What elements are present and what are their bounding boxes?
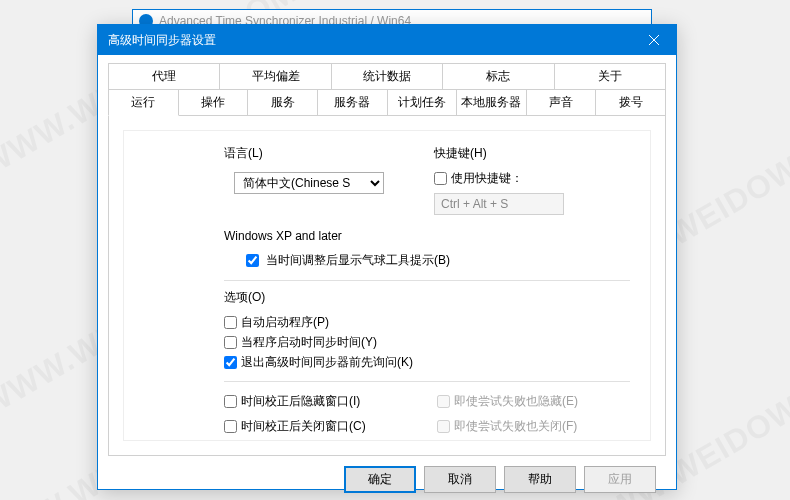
tab-about[interactable]: 关于 <box>554 63 666 89</box>
close-after-correct-label: 时间校正后关闭窗口(C) <box>241 418 366 435</box>
sync-on-start-checkbox[interactable] <box>224 336 237 349</box>
tab-panel-run: 语言(L) 简体中文(Chinese S 快捷键(H) 使用快捷键： <box>108 116 666 456</box>
tab-service[interactable]: 服务 <box>247 89 318 116</box>
tab-flags[interactable]: 标志 <box>442 63 554 89</box>
hide-after-correct-label: 时间校正后隐藏窗口(I) <box>241 393 360 410</box>
hide-on-fail-label: 即使尝试失败也隐藏(E) <box>454 393 578 410</box>
language-label: 语言(L) <box>224 145 394 162</box>
hide-on-fail-checkbox <box>437 395 450 408</box>
hide-after-correct-checkbox[interactable] <box>224 395 237 408</box>
tab-dial[interactable]: 拨号 <box>595 89 666 116</box>
tab-stats[interactable]: 统计数据 <box>331 63 443 89</box>
settings-dialog: 高级时间同步器设置 代理 平均偏差 统计数据 标志 关于 运行 操作 服务 服务… <box>97 24 677 490</box>
balloon-checkbox[interactable] <box>246 254 259 267</box>
tab-run[interactable]: 运行 <box>108 89 179 116</box>
dialog-buttons: 确定 取消 帮助 应用 <box>108 456 666 493</box>
shortcut-label: 快捷键(H) <box>434 145 564 162</box>
winxp-label: Windows XP and later <box>224 229 630 243</box>
dialog-titlebar: 高级时间同步器设置 <box>98 25 676 55</box>
ok-button[interactable]: 确定 <box>344 466 416 493</box>
sync-on-start-label: 当程序启动时同步时间(Y) <box>241 334 377 351</box>
use-shortcut-label: 使用快捷键： <box>451 170 523 187</box>
tab-server[interactable]: 服务器 <box>317 89 388 116</box>
options-label: 选项(O) <box>224 289 630 306</box>
apply-button: 应用 <box>584 466 656 493</box>
tab-avg-offset[interactable]: 平均偏差 <box>219 63 331 89</box>
balloon-label: 当时间调整后显示气球工具提示(B) <box>266 252 450 269</box>
tabs-row-bottom: 运行 操作 服务 服务器 计划任务 本地服务器 声音 拨号 <box>108 89 666 116</box>
confirm-exit-label: 退出高级时间同步器前先询问(K) <box>241 354 413 371</box>
close-after-correct-checkbox[interactable] <box>224 420 237 433</box>
dialog-title: 高级时间同步器设置 <box>108 32 216 49</box>
autostart-checkbox[interactable] <box>224 316 237 329</box>
help-button[interactable]: 帮助 <box>504 466 576 493</box>
close-button[interactable] <box>631 25 676 55</box>
language-select[interactable]: 简体中文(Chinese S <box>234 172 384 194</box>
tab-operation[interactable]: 操作 <box>178 89 249 116</box>
use-shortcut-checkbox[interactable] <box>434 172 447 185</box>
close-icon <box>649 35 659 45</box>
cancel-button[interactable]: 取消 <box>424 466 496 493</box>
tab-local-server[interactable]: 本地服务器 <box>456 89 527 116</box>
tab-proxy[interactable]: 代理 <box>108 63 220 89</box>
tab-sound[interactable]: 声音 <box>526 89 597 116</box>
close-on-fail-label: 即使尝试失败也关闭(F) <box>454 418 577 435</box>
close-on-fail-checkbox <box>437 420 450 433</box>
tabs-row-top: 代理 平均偏差 统计数据 标志 关于 <box>108 63 666 89</box>
confirm-exit-checkbox[interactable] <box>224 356 237 369</box>
autostart-label: 自动启动程序(P) <box>241 314 329 331</box>
shortcut-input <box>434 193 564 215</box>
tab-schedule[interactable]: 计划任务 <box>387 89 458 116</box>
